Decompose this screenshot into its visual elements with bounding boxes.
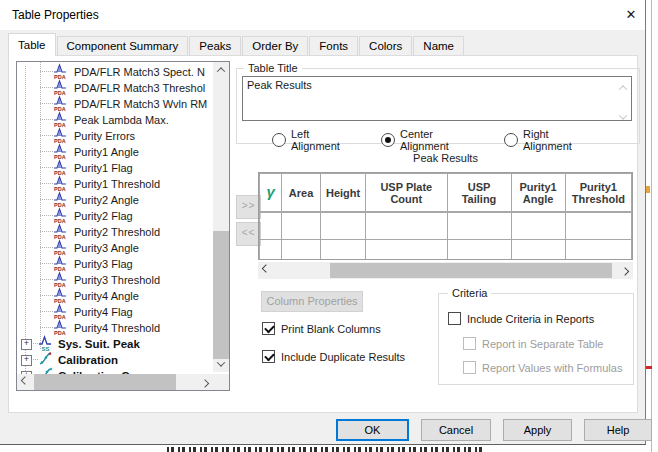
tree-item[interactable]: PDAPurity4 Angle [17,287,230,303]
textbox-scroll-down-icon[interactable] [620,110,628,118]
apply-button[interactable]: Apply [503,419,572,441]
checkbox-label: Print Blank Columns [281,323,381,335]
preview-column-header[interactable]: Height [321,174,366,213]
preview-empty-cell [447,212,511,240]
tree-connector [40,295,53,296]
tab-fonts[interactable]: Fonts [309,36,358,56]
expand-plus-icon[interactable]: + [21,355,32,366]
pda-peak-icon: PDA [53,159,68,175]
preview-column-header[interactable]: Purity1 Angle [511,174,565,213]
tree-connector [40,167,53,168]
pda-peak-icon: PDA [53,303,68,319]
scroll-down-arrow-icon[interactable] [213,356,229,372]
scrollbar-thumb[interactable] [213,231,229,359]
table-properties-dialog: Table Properties ✕ TableComponent Summar… [0,0,646,445]
peak-icon: γ [266,183,274,200]
tree-item[interactable]: PDAPurity4 Flag [17,303,230,319]
preview-empty-row [260,240,632,261]
radio-label: Left Alignment [291,128,340,152]
criteria-group-label: Criteria [448,287,491,299]
scrollbar-thumb[interactable] [34,374,176,390]
tree-item[interactable]: PDAPeak Lambda Max. [17,111,230,127]
textbox-scroll-up-icon[interactable] [620,81,628,89]
pda-peak-icon: PDA [53,319,68,335]
radio-center-alignment[interactable]: Center Alignment [381,128,449,152]
radio-circle-icon [504,133,518,147]
screen: Table Properties ✕ TableComponent Summar… [0,0,658,452]
tree-vertical-scrollbar[interactable] [213,62,229,372]
title-bar[interactable]: Table Properties ✕ [0,0,645,30]
tree-item[interactable]: +Calibration [17,351,230,367]
field-tree[interactable]: PDAPDA/FLR Match3 Spect. NPDAPDA/FLR Mat… [16,61,230,391]
preview-empty-cell [321,240,366,261]
preview-column-header[interactable]: γ [260,174,282,213]
preview-horizontal-scrollbar[interactable] [258,262,633,279]
tree-item[interactable]: +SSSys. Suit. Peak [17,335,230,351]
tree-connector [40,87,53,88]
tree-item[interactable]: PDAPDA/FLR Match3 Spect. N [17,63,230,79]
radio-right-alignment[interactable]: Right Alignment [504,128,572,152]
help-button[interactable]: Help [584,419,652,441]
pda-peak-icon: PDA [53,207,68,223]
tab-colors[interactable]: Colors [359,36,412,56]
close-icon[interactable]: ✕ [622,6,640,24]
background-orange-mark [646,186,650,193]
tab-table[interactable]: Table [8,33,56,56]
tree-connector [40,279,53,280]
preview-column-header[interactable]: Area [282,174,321,213]
tab-component-summary[interactable]: Component Summary [57,36,189,56]
tab-name[interactable]: Name [413,36,464,56]
tab-order-by[interactable]: Order By [242,36,308,56]
report-values-with-formulas-checkbox: Report Values with Formulas [463,361,622,374]
tree-item[interactable]: PDAPurity3 Flag [17,255,230,271]
tree-horizontal-scrollbar[interactable] [17,374,213,390]
preview-table[interactable]: γAreaHeightUSP Plate CountUSP TailingPur… [258,172,633,260]
tree-item[interactable]: PDAPurity1 Threshold [17,175,230,191]
tree-item[interactable]: PDAPurity3 Angle [17,239,230,255]
scroll-left-arrow-icon[interactable] [258,262,274,278]
checkbox-icon [448,312,461,325]
tree-connector [40,183,53,184]
calibration-icon [38,351,53,367]
tree-item[interactable]: PDAPurity4 Threshold [17,319,230,335]
tree-item[interactable]: PDAPurity1 Flag [17,159,230,175]
scroll-up-arrow-icon[interactable] [213,62,229,78]
preview-column-header[interactable]: Purity1 Threshold [565,174,631,213]
preview-empty-cell [366,212,447,240]
tree-item-label: PDA/FLR Match3 Threshol [74,80,205,96]
ok-button[interactable]: OK [336,419,409,441]
tree-item[interactable]: PDAPurity Errors [17,127,230,143]
expand-plus-icon[interactable]: + [21,339,32,350]
preview-column-header[interactable]: USP Plate Count [366,174,447,213]
tree-item[interactable]: PDAPurity1 Angle [17,143,230,159]
tree-item[interactable]: PDAPurity2 Angle [17,191,230,207]
scroll-right-arrow-icon[interactable] [197,374,213,390]
background-red-mark [646,366,652,369]
scroll-left-arrow-icon[interactable] [17,374,33,390]
radio-left-alignment[interactable]: Left Alignment [272,128,340,152]
radio-label: Right Alignment [523,128,572,152]
include-criteria-in-reports-checkbox[interactable]: Include Criteria in Reports [448,312,594,325]
tree-item-label: Sys. Suit. Peak [58,336,140,352]
tree-item[interactable]: PDAPDA/FLR Match3 Wvln RM [17,95,230,111]
print-blank-columns-checkbox[interactable]: Print Blank Columns [262,322,381,335]
tab-peaks[interactable]: Peaks [189,36,241,56]
checkbox-label: Include Criteria in Reports [467,313,594,325]
tree-item[interactable]: PDAPurity3 Threshold [17,271,230,287]
checkbox-icon [463,361,476,374]
tree-item[interactable]: PDAPDA/FLR Match3 Threshol [17,79,230,95]
tree-connector [40,231,53,232]
tree-item[interactable]: PDAPurity2 Flag [17,207,230,223]
preview-column-header[interactable]: USP Tailing [447,174,511,213]
table-title-input[interactable]: Peak Results [242,76,632,121]
preview-empty-cell [282,240,321,261]
scrollbar-thumb[interactable] [330,263,612,278]
include-duplicate-results-checkbox[interactable]: Include Duplicate Results [262,350,405,363]
scroll-right-arrow-icon[interactable] [617,262,633,278]
cancel-button[interactable]: Cancel [421,419,491,441]
tree-item[interactable]: PDAPurity2 Threshold [17,223,230,239]
sys-suit-peak-icon: SS [38,335,53,351]
tree-connector [40,119,53,120]
radio-label: Center Alignment [400,128,449,152]
column-properties-button: Column Properties [261,291,363,312]
